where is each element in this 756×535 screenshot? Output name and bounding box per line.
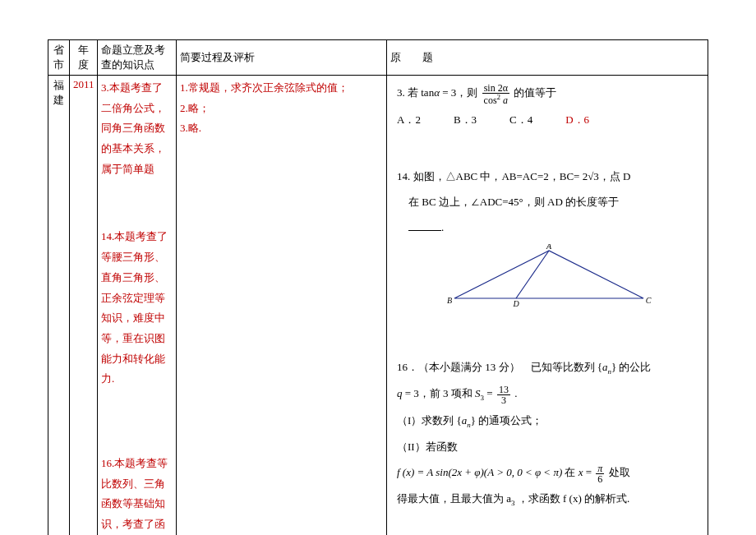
svg-text:A: A xyxy=(546,244,552,251)
col-topic: 命题立意及考查的知识点 xyxy=(98,40,177,76)
problem-16: 16．（本小题满分 13 分） 已知等比数列 {an} 的公比 q = 3，前 … xyxy=(390,356,704,518)
p3-stem-a: 3. 若 tan xyxy=(397,86,434,99)
svg-text:B: B xyxy=(447,296,452,305)
p3-frac: sin 2αcos2 a xyxy=(482,83,510,105)
p3-choices: A．2 B．3 C．4 D．6 xyxy=(397,108,701,131)
p16-part1b: } 的通项公式； xyxy=(471,414,543,427)
cell-topic: 3.本题考查了二倍角公式，同角三角函数的基本关系，属于简单题 14.本题考查了等… xyxy=(98,76,177,536)
p3-stem-b: = 3，则 xyxy=(440,86,481,99)
answer-blank xyxy=(408,221,441,231)
p16-head-a: 16．（本小题满分 13 分） 已知等比数列 { xyxy=(397,361,602,373)
topic-16: 16.本题考查等比数列、三角函数等基础知识，考查了函数与方程的思想，难度中等. xyxy=(101,454,173,535)
choice-d: D．6 xyxy=(565,108,589,131)
p16-part1: （I）求数列 { xyxy=(397,414,462,427)
analysis-2: 2.略； xyxy=(180,99,383,119)
choice-b: B．3 xyxy=(454,108,477,131)
p3-frac-num: sin 2α xyxy=(482,83,510,94)
p14-line1a: 14. 如图，△ABC 中，AB=AC=2，BC= 2 xyxy=(397,170,588,182)
problem-3: 3. 若 tanα = 3，则 sin 2αcos2 a 的值等于 A．2 B．… xyxy=(390,81,704,137)
p16-frac: 133 xyxy=(497,385,510,405)
cell-province: 福建 xyxy=(48,76,70,536)
choice-c: C．4 xyxy=(509,108,532,131)
p16-head-b: } 的公比 xyxy=(611,361,652,373)
analysis-1: 1.常规题，求齐次正余弦除式的值； xyxy=(180,78,383,99)
table-row: 福建 2011 3.本题考查了二倍角公式，同角三角函数的基本关系，属于简单题 1… xyxy=(48,76,708,536)
p16-line2c: . xyxy=(512,387,518,399)
problem-14: 14. 如图，△ABC 中，AB=AC=2，BC= 2√3，点 D 在 BC 边… xyxy=(390,165,704,320)
p16-last-b: ，求函数 f (x) 的解析式. xyxy=(515,492,630,505)
main-table: 省市 年度 命题立意及考查的知识点 简要过程及评析 原 题 福建 2011 3.… xyxy=(48,39,708,535)
document-page: 省市 年度 命题立意及考查的知识点 简要过程及评析 原 题 福建 2011 3.… xyxy=(0,0,756,535)
cell-problem: 3. 若 tanα = 3，则 sin 2αcos2 a 的值等于 A．2 B．… xyxy=(387,76,708,536)
svg-line-1 xyxy=(516,251,549,298)
p3-alpha: α xyxy=(434,86,440,99)
svg-marker-0 xyxy=(454,251,643,298)
topic-14: 14.本题考查了等腰三角形、直角三角形、正余弦定理等知识，难度中等，重在识图能力… xyxy=(101,227,173,390)
topic-3: 3.本题考查了二倍角公式，同角三角函数的基本关系，属于简单题 xyxy=(101,78,173,179)
p16-line2b: = xyxy=(484,387,496,399)
p16-fx-b: 处取 xyxy=(609,466,630,478)
p14-line1b: ，点 D xyxy=(599,170,631,182)
p16-fx-a: f (x) = A sin(2x + φ)(A > 0, 0 < φ < π) xyxy=(397,466,562,478)
svg-text:C: C xyxy=(646,296,652,305)
p16-line2a: = 3，前 3 项和 xyxy=(403,387,476,399)
p3-frac-den: cos2 a xyxy=(482,94,510,105)
cell-analysis: 1.常规题，求齐次正余弦除式的值； 2.略； 3.略. xyxy=(177,76,387,536)
cell-year: 2011 xyxy=(70,76,98,536)
p3-stem-c: 的值等于 xyxy=(511,86,556,99)
p14-line2: 在 BC 边上，∠ADC=45°，则 AD 的长度等于 xyxy=(408,196,619,208)
col-problem: 原 题 xyxy=(387,40,708,76)
svg-text:D: D xyxy=(512,299,519,308)
col-province: 省市 xyxy=(48,40,70,76)
p16-last-a: 得最大值，且最大值为 a xyxy=(397,492,511,505)
p14-sqrt3: √3 xyxy=(588,170,599,182)
col-analysis: 简要过程及评析 xyxy=(177,40,387,76)
p16-part2: （II）若函数 xyxy=(397,436,701,458)
table-header-row: 省市 年度 命题立意及考查的知识点 简要过程及评析 原 题 xyxy=(48,40,708,76)
choice-a: A．2 xyxy=(397,108,421,131)
analysis-3: 3.略. xyxy=(180,118,383,139)
col-year: 年度 xyxy=(70,40,98,76)
p16-pi-frac: π6 xyxy=(596,464,604,484)
triangle-figure: A B C D xyxy=(438,244,660,308)
